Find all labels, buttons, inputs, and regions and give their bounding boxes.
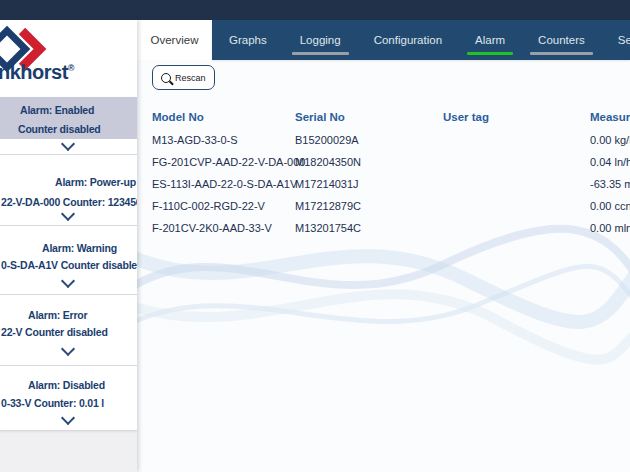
alarm-status-label: Alarm: Enabled bbox=[20, 104, 94, 116]
chevron-down-icon[interactable] bbox=[60, 411, 74, 425]
device-panel-5[interactable]: Alarm: Disabled 0-33-V Counter: 0.01 l bbox=[0, 366, 137, 431]
device-panel-1[interactable]: Alarm: Enabled Counter disabled bbox=[0, 97, 137, 155]
tab-bar: Overview Graphs Logging Configuration Al… bbox=[137, 20, 630, 60]
cell-serial: M18204350N bbox=[295, 156, 443, 168]
chevron-down-icon[interactable] bbox=[60, 137, 74, 151]
cell-measure: -63.35 ml bbox=[590, 178, 630, 190]
device-panel-2[interactable]: Alarm: Power-up 22-V-DA-000 Counter: 123… bbox=[0, 155, 137, 226]
tab-counters[interactable]: Counters bbox=[533, 34, 590, 46]
tab-alarm[interactable]: Alarm bbox=[470, 34, 510, 46]
column-header-serial[interactable]: Serial No bbox=[295, 111, 443, 123]
cell-serial: B15200029A bbox=[295, 134, 443, 146]
brand-wordmark: nkhorst® bbox=[0, 61, 74, 84]
sidebar-empty-area bbox=[0, 431, 137, 472]
brand-text: nkhorst bbox=[0, 61, 68, 83]
cell-measure: 0.04 ln/h bbox=[590, 156, 630, 168]
rescan-label: Rescan bbox=[175, 73, 206, 83]
column-header-usertag[interactable]: User tag bbox=[443, 111, 590, 123]
alarm-status-label: Alarm: Disabled bbox=[28, 379, 105, 391]
column-header-model[interactable]: Model No bbox=[152, 111, 295, 123]
table-header-row: Model No Serial No User tag Measure bbox=[152, 104, 630, 129]
device-panel-3[interactable]: Alarm: Warning 0-S-DA-A1V Counter disabl… bbox=[0, 226, 137, 295]
cell-measure: 0.00 mln/ bbox=[590, 222, 630, 234]
tab-overview[interactable]: Overview bbox=[137, 20, 212, 60]
table-row[interactable]: F-110C-002-RGD-22-V M17212879C 0.00 ccn/ bbox=[152, 195, 630, 217]
cell-model: F-110C-002-RGD-22-V bbox=[152, 200, 295, 212]
tab-service[interactable]: Service bbox=[613, 34, 630, 46]
rescan-button[interactable]: Rescan bbox=[152, 65, 215, 90]
tab-bar-background: Graphs Logging Configuration Alarm Count… bbox=[212, 20, 630, 60]
table-row[interactable]: F-201CV-2K0-AAD-33-V M13201754C 0.00 mln… bbox=[152, 217, 630, 239]
table-row[interactable]: ES-113I-AAD-22-0-S-DA-A1V M17214031J -63… bbox=[152, 173, 630, 195]
table-body: M13-AGD-33-0-S B15200029A 0.00 kg/h FG-2… bbox=[152, 129, 630, 239]
cell-model: ES-113I-AAD-22-0-S-DA-A1V bbox=[152, 178, 295, 190]
table-row[interactable]: M13-AGD-33-0-S B15200029A 0.00 kg/h bbox=[152, 129, 630, 151]
cell-serial: M17214031J bbox=[295, 178, 443, 190]
counter-status-label: 22-V-DA-000 Counter: 1234567.13 bbox=[1, 196, 137, 208]
device-sidebar: nkhorst® Alarm: Enabled Counter disabled… bbox=[0, 20, 137, 472]
tab-configuration[interactable]: Configuration bbox=[369, 34, 447, 46]
registered-mark: ® bbox=[68, 63, 74, 73]
alarm-status-label: Alarm: Error bbox=[28, 309, 87, 321]
cell-measure: 0.00 ccn/ bbox=[590, 200, 630, 212]
chevron-down-icon[interactable] bbox=[60, 274, 74, 288]
window-title-bar bbox=[0, 0, 630, 20]
brand-logo: nkhorst® bbox=[0, 20, 137, 97]
cell-serial: M13201754C bbox=[295, 222, 443, 234]
column-header-measure[interactable]: Measure bbox=[590, 111, 630, 123]
alarm-status-label: Alarm: Warning bbox=[42, 242, 117, 254]
device-table: Model No Serial No User tag Measure M13-… bbox=[152, 104, 630, 239]
cell-serial: M17212879C bbox=[295, 200, 443, 212]
tab-logging[interactable]: Logging bbox=[295, 34, 346, 46]
counter-status-label: 0-S-DA-A1V Counter disabled bbox=[1, 259, 137, 271]
table-row[interactable]: FG-201CVP-AAD-22-V-DA-000 M18204350N 0.0… bbox=[152, 151, 630, 173]
counter-status-label: 22-V Counter disabled bbox=[1, 326, 108, 338]
cell-model: M13-AGD-33-0-S bbox=[152, 134, 295, 146]
cell-measure: 0.00 kg/h bbox=[590, 134, 630, 146]
cell-model: FG-201CVP-AAD-22-V-DA-000 bbox=[152, 156, 295, 168]
search-icon bbox=[161, 73, 171, 83]
chevron-down-icon[interactable] bbox=[60, 342, 74, 356]
counter-status-label: Counter disabled bbox=[18, 123, 101, 135]
tab-graphs[interactable]: Graphs bbox=[224, 34, 272, 46]
cell-model: F-201CV-2K0-AAD-33-V bbox=[152, 222, 295, 234]
device-panel-4[interactable]: Alarm: Error 22-V Counter disabled bbox=[0, 295, 137, 366]
alarm-status-label: Alarm: Power-up bbox=[55, 176, 136, 188]
main-content: Overview Graphs Logging Configuration Al… bbox=[137, 20, 630, 472]
counter-status-label: 0-33-V Counter: 0.01 l bbox=[1, 397, 104, 409]
chevron-down-icon[interactable] bbox=[60, 207, 74, 221]
